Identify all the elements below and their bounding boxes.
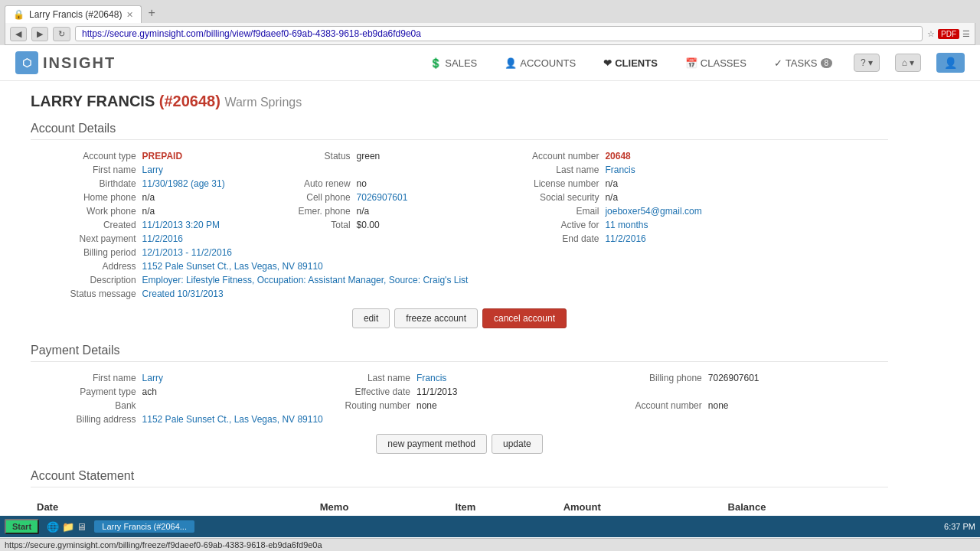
taskbar-icons-group: 🌐 📁 🖥 [47, 521, 87, 533]
description-value: Employer: Lifestyle Fitness, Occupation:… [142, 273, 888, 287]
last-name-label: Last name [485, 163, 606, 177]
tab-favicon: 🔒 [13, 9, 24, 20]
billing-period-label: Billing period [31, 246, 142, 259]
last-name-value: Francis [605, 163, 888, 177]
col-date: Date [31, 497, 314, 518]
account-number-label: Account number [485, 149, 606, 163]
effective-date-value: 11/1/2013 [416, 385, 588, 399]
account-type-value: PREPAID [142, 149, 271, 163]
payment-last-name-label: Last name [314, 371, 416, 385]
nav-clients[interactable]: ❤ CLIENTS [597, 54, 664, 72]
account-type-label: Account type [31, 149, 142, 163]
client-location: Warm Springs [224, 96, 302, 109]
payment-type-label: Payment type [31, 385, 142, 399]
next-payment-value: 11/2/2016 [142, 232, 271, 246]
nav-classes[interactable]: 📅 CLASSES [679, 54, 753, 72]
col-amount: Amount [557, 497, 722, 518]
status-bar: https://secure.gyminsight.com/billing/fr… [0, 538, 980, 551]
payment-first-name-value: Larry [142, 371, 314, 385]
help-dropdown-icon: ▾ [868, 57, 873, 68]
status-label: Status [271, 149, 357, 163]
edit-btn[interactable]: edit [352, 308, 390, 328]
col-memo: Memo [314, 497, 449, 518]
address-value: 1152 Pale Sunset Ct., Las Vegas, NV 8911… [142, 259, 888, 273]
taskbar: Start 🌐 📁 🖥 Larry Francis (#2064... 6:37… [0, 516, 980, 537]
start-btn[interactable]: Start [5, 519, 39, 534]
refresh-btn[interactable]: ↻ [53, 27, 70, 41]
user-icon: 👤 [944, 57, 957, 69]
email-value: joeboxer54@gmail.com [605, 204, 888, 218]
created-value: 11/1/2013 3:20 PM [142, 218, 271, 232]
payment-account-number-value: none [708, 399, 888, 412]
taskbar-larry-francis[interactable]: Larry Francis (#2064... [94, 520, 194, 533]
logo: ⬡ INSIGHT [15, 51, 116, 74]
tasks-badge: 8 [821, 58, 833, 68]
pdf-icon[interactable]: PDF [938, 29, 959, 39]
menu-icon[interactable]: ☰ [962, 29, 970, 39]
license-number-value: n/a [605, 177, 888, 191]
account-details-section: Account Details Account type PREPAID Sta… [31, 122, 888, 328]
home-btn[interactable]: ⌂ ▾ [895, 54, 921, 72]
home-dropdown-icon: ▾ [910, 57, 914, 68]
bank-label: Bank [31, 399, 142, 412]
sales-icon: 💲 [430, 57, 442, 69]
col-balance: Balance [722, 497, 888, 518]
account-statement-title: Account Statement [31, 469, 888, 487]
active-for-label: Active for [485, 218, 606, 232]
nav-sales[interactable]: 💲 SALES [423, 54, 483, 72]
help-icon: ? [861, 57, 866, 68]
payment-last-name-value: Francis [416, 371, 588, 385]
payment-details-title: Payment Details [31, 344, 888, 362]
logo-text: INSIGHT [43, 54, 116, 72]
back-btn[interactable]: ◀ [10, 27, 27, 41]
work-phone-value: n/a [142, 204, 271, 218]
payment-first-name-label: First name [31, 371, 142, 385]
cancel-account-btn[interactable]: cancel account [482, 308, 567, 328]
nav-tasks[interactable]: ✓ TASKS 8 [768, 54, 838, 72]
end-date-value: 11/2/2016 [605, 232, 888, 246]
billing-address-label: Billing address [31, 412, 142, 426]
cell-phone-label: Cell phone [271, 191, 357, 204]
payment-details-section: Payment Details First name Larry Last na… [31, 344, 888, 454]
first-name-value: Larry [142, 163, 271, 177]
home-phone-label: Home phone [31, 191, 142, 204]
birthdate-value: 11/30/1982 (age 31) [142, 177, 271, 191]
account-details-title: Account Details [31, 122, 888, 140]
update-payment-btn[interactable]: update [492, 434, 543, 454]
auto-renew-label: Auto renew [271, 177, 357, 191]
billing-period-value: 12/1/2013 - 11/2/2016 [142, 246, 888, 259]
account-id: (#20648) [159, 93, 220, 109]
payment-account-number-label: Account number [588, 399, 708, 412]
account-number-value: 20648 [605, 149, 888, 163]
tab-close-btn[interactable]: ✕ [126, 10, 133, 20]
social-security-value: n/a [605, 191, 888, 204]
payment-type-value: ach [142, 385, 314, 399]
payment-actions: new payment method update [31, 434, 888, 454]
effective-date-label: Effective date [314, 385, 416, 399]
cell-phone-value: 7026907601 [357, 191, 485, 204]
new-payment-method-btn[interactable]: new payment method [376, 434, 487, 454]
freeze-account-btn[interactable]: freeze account [394, 308, 478, 328]
new-tab-btn[interactable]: + [142, 3, 161, 23]
emer-phone-label: Emer. phone [271, 204, 357, 218]
clients-icon: ❤ [603, 57, 612, 69]
email-label: Email [485, 204, 606, 218]
tasks-checkmark-icon: ✓ [774, 57, 782, 69]
address-bar[interactable] [75, 26, 923, 41]
emer-phone-value: n/a [357, 204, 485, 218]
home-icon: ⌂ [902, 57, 907, 68]
end-date-label: End date [485, 232, 606, 246]
taskbar-time: 6:37 PM [944, 522, 975, 531]
address-label: Address [31, 259, 142, 273]
browser-tab[interactable]: 🔒 Larry Francis (#20648) ✕ [5, 5, 142, 23]
routing-number-value: none [416, 399, 588, 412]
user-account-btn[interactable]: 👤 [936, 53, 965, 73]
first-name-label: First name [31, 163, 142, 177]
birthdate-label: Birthdate [31, 177, 142, 191]
nav-accounts[interactable]: 👤 ACCOUNTS [498, 54, 582, 72]
bookmark-icon[interactable]: ☆ [927, 29, 935, 39]
accounts-icon: 👤 [505, 57, 517, 69]
help-btn[interactable]: ? ▾ [854, 54, 880, 72]
status-value: green [357, 149, 485, 163]
forward-btn[interactable]: ▶ [31, 27, 48, 41]
